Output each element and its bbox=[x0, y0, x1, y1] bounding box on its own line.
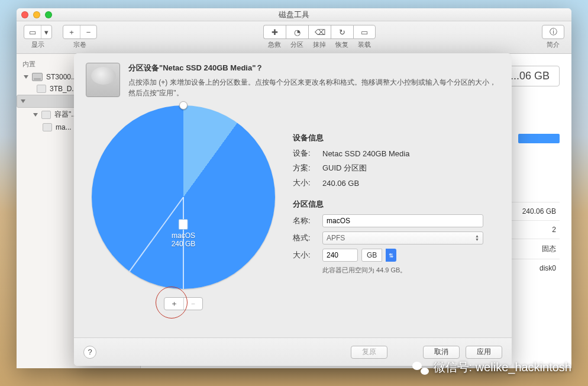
window-title: 磁盘工具 bbox=[17, 9, 571, 20]
usage-bar bbox=[518, 134, 560, 143]
updown-icon: ▲▼ bbox=[475, 234, 479, 242]
format-select[interactable]: APFS ▲▼ bbox=[322, 231, 483, 245]
view-mode-control[interactable]: ▭ ▾ bbox=[24, 25, 52, 39]
partition-info-header: 分区信息 bbox=[293, 199, 500, 210]
view-label: 显示 bbox=[31, 40, 44, 49]
container-icon bbox=[41, 111, 51, 119]
partition-sheet: 分区设备"Netac SSD 240GB Media"？ 点按添加 (+) 来增… bbox=[74, 53, 512, 366]
drive-icon bbox=[86, 63, 120, 97]
add-partition-button[interactable]: ＋ bbox=[164, 298, 183, 310]
partition-name-input[interactable] bbox=[322, 214, 483, 227]
info-label: 简介 bbox=[547, 40, 560, 49]
volume-icon bbox=[179, 219, 188, 230]
volume-add-button[interactable]: + bbox=[63, 25, 80, 38]
toolbar: ▭ ▾ 显示 + − 宗卷 ✚ ◔ ⌫ ↻ ▭ 急救 分区 抹掉 bbox=[17, 21, 571, 54]
volume-remove-button[interactable]: − bbox=[80, 25, 96, 38]
sheet-title: 分区设备"Netac SSD 240GB Media"？ bbox=[128, 63, 500, 73]
hdd-icon bbox=[32, 73, 43, 81]
scheme-value: GUID 分区图 bbox=[322, 163, 367, 173]
erase-button[interactable]: ⌫ bbox=[308, 25, 331, 39]
info-button[interactable]: ⓘ bbox=[542, 25, 564, 39]
sidebar-toggle-icon[interactable]: ▭ bbox=[24, 25, 41, 38]
mount-button[interactable]: ▭ bbox=[353, 25, 376, 39]
device-info-header: 设备信息 bbox=[293, 133, 500, 143]
device-value: Netac SSD 240GB Media bbox=[322, 149, 409, 158]
table-row: 固态 bbox=[511, 239, 560, 259]
help-button[interactable]: ? bbox=[83, 346, 96, 359]
partition-resize-handle[interactable] bbox=[179, 101, 188, 110]
disclosure-triangle-icon[interactable] bbox=[33, 113, 38, 117]
size-unit-label: GB bbox=[361, 249, 382, 262]
volume-icon bbox=[37, 85, 46, 93]
disk-properties: 240.06 GB 2 固态 disk0 bbox=[511, 202, 560, 277]
restore-button[interactable]: ↻ bbox=[331, 25, 353, 39]
revert-button[interactable]: 复原 bbox=[351, 346, 387, 359]
chevron-down-icon[interactable]: ▾ bbox=[41, 25, 51, 38]
disclosure-triangle-icon[interactable] bbox=[24, 75, 28, 79]
watermark: 微信号: welike_hackintosh bbox=[412, 359, 571, 375]
used-space-hint: 此容器已用空间为 44.9 GB。 bbox=[322, 266, 500, 275]
table-row: 240.06 GB bbox=[511, 202, 560, 220]
volume-label: 宗卷 bbox=[73, 40, 86, 49]
partition-slice-label: macOS 240 GB bbox=[172, 219, 196, 248]
totalsize-value: 240.06 GB bbox=[322, 179, 359, 188]
volume-icon bbox=[43, 123, 52, 131]
remove-partition-button[interactable]: － bbox=[183, 298, 202, 310]
disclosure-triangle-icon[interactable] bbox=[21, 99, 25, 103]
size-stepper[interactable]: ⇅ bbox=[386, 249, 396, 262]
table-row: disk0 bbox=[511, 259, 560, 277]
sheet-description: 点按添加 (+) 来增加设备上的分区数量。点按每个分区来更改名称和格式。拖移调整… bbox=[128, 77, 500, 98]
volume-add-remove[interactable]: + − bbox=[63, 25, 97, 39]
apply-button[interactable]: 应用 bbox=[466, 346, 502, 359]
table-row: 2 bbox=[511, 220, 560, 239]
cancel-button[interactable]: 取消 bbox=[423, 346, 460, 359]
firstaid-button[interactable]: ✚ bbox=[263, 25, 286, 39]
partition-button[interactable]: ◔ bbox=[286, 25, 308, 39]
wechat-icon bbox=[412, 361, 429, 375]
partition-pie[interactable]: macOS 240 GB bbox=[92, 105, 275, 289]
partition-size-input[interactable] bbox=[322, 249, 358, 262]
titlebar: 磁盘工具 bbox=[17, 8, 571, 21]
